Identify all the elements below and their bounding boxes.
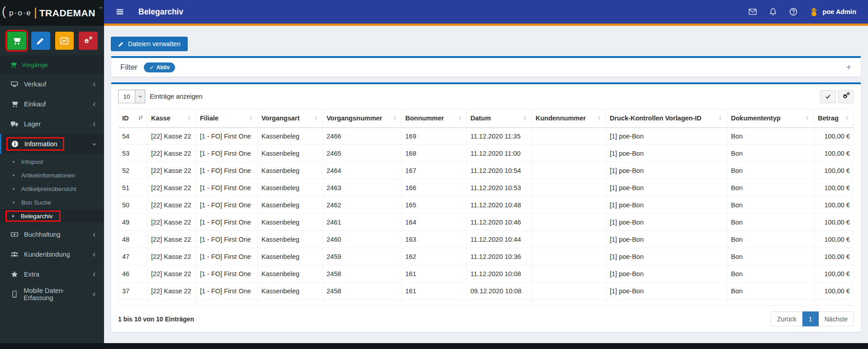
topbar: Belegarchiv poe Admin [104,0,868,26]
cogs-icon [842,92,850,101]
table-row[interactable]: 47[22] Kasse 22[1 - FO] First OneKassenb… [119,248,854,265]
column-label: Betrag [818,115,839,122]
user-menu[interactable]: poe Admin [810,8,856,16]
table-cell: [1] poe-Bon [606,248,727,265]
table-row[interactable]: 54[22] Kasse 22[1 - FO] First OneKassenb… [119,128,854,145]
table-cell: 100,00 € [814,265,854,282]
sidebar-item-extra[interactable]: Extra [0,264,104,284]
sidebar-item-kundenbindung[interactable]: Kundenbindung [0,244,104,264]
shortcut-settings-button[interactable] [79,32,98,50]
table-row[interactable]: 49[22] Kasse 22[1 - FO] First OneKassenb… [119,214,854,231]
manage-files-button[interactable]: Dateien verwalten [111,37,188,51]
sidebar-subitem-artikelinformationen[interactable]: Artikelinformationen [0,168,104,182]
sidebar-section-vorgaenge[interactable]: Vorgänge [0,55,104,74]
table-empty-row [119,300,854,306]
shortcut-chart-button[interactable] [55,32,74,50]
mobile-icon [10,291,19,298]
help-icon[interactable] [789,8,797,16]
page-size-select[interactable]: 10 [118,90,145,103]
chevron-left-icon [92,232,97,237]
bell-icon[interactable] [769,8,777,16]
table-cell: 11.12.2020 10:08 [467,265,532,282]
table-cell: Bon [727,179,814,196]
entries-label: Einträge anzeigen [150,93,203,100]
logo-separator [35,8,36,19]
table-cell: 161 [402,282,467,300]
pencil-icon [118,41,124,47]
table-cell: 2459 [323,248,402,265]
sidebar-item-einkauf[interactable]: Einkauf [0,94,104,114]
sidebar-subitem-label: Artikelinformationen [21,172,75,179]
chart-icon [60,37,69,45]
column-header-vorgangsart[interactable]: Vorgangsart [258,109,323,128]
table-cell: 100,00 € [814,145,854,162]
caret-right-icon [12,201,16,205]
sidebar-subitem-artikelpreisuebersicht[interactable]: Artikelpreisübersicht [0,182,104,196]
sort-icon [596,115,602,121]
chevron-down-icon [135,90,145,103]
shortcut-cart-button[interactable] [7,32,26,50]
column-header-filiale[interactable]: Filiale [196,109,258,128]
sidebar-item-lager[interactable]: Lager [0,114,104,134]
table-row[interactable]: 50[22] Kasse 22[1 - FO] First OneKassenb… [119,196,854,214]
column-header-kasse[interactable]: Kasse [147,109,196,128]
table-row[interactable]: 48[22] Kasse 22[1 - FO] First OneKassenb… [119,231,854,248]
logo-trademan: TRADEMAN [39,8,95,19]
bars-icon[interactable] [116,8,124,16]
table-cell: 2465 [323,145,402,162]
pencil-icon [36,37,45,45]
table-cell: [1] poe-Bon [606,214,727,231]
column-settings-button[interactable] [838,90,854,103]
table-cell: 168 [402,145,467,162]
pagination-page-1-button[interactable]: 1 [802,311,819,326]
table-cell: 100,00 € [814,162,854,179]
column-header-betrag[interactable]: Betrag [814,109,854,128]
table-cell: 163 [402,231,467,248]
table-cell: [1 - FO] First One [196,282,258,300]
column-header-vorgangsnummer[interactable]: Vorgangsnummer [323,109,402,128]
sidebar-item-verkauf[interactable]: Verkauf [0,74,104,94]
table-cell: 2466 [323,128,402,145]
table-cell [119,300,147,306]
table-cell [532,162,606,179]
table-cell [532,282,606,300]
column-header-kundennummer[interactable]: Kundennummer [532,109,606,128]
table-cell: Bon [727,248,814,265]
filter-expand-button[interactable] [846,64,852,70]
sidebar-subitem-bon-suche[interactable]: Bon Suche [0,196,104,209]
check-icon [825,94,831,100]
sidebar-item-label: Extra [24,271,39,278]
table-cell: [22] Kasse 22 [147,179,196,196]
cart-icon [10,62,17,68]
table-cell: [22] Kasse 22 [147,128,196,145]
table-footer: 1 bis 10 von 10 Einträgen Zurück 1 Nächs… [118,311,854,326]
chevron-down-icon [92,142,97,147]
table-row[interactable]: 51[22] Kasse 22[1 - FO] First OneKassenb… [119,179,854,196]
table-row[interactable]: 46[22] Kasse 22[1 - FO] First OneKassenb… [119,265,854,282]
table-cell: Bon [727,231,814,248]
sidebar-subitem-label: Artikelpreisübersicht [21,186,76,192]
select-visible-button[interactable] [820,90,836,103]
pagination-next-button[interactable]: Nächste [818,311,854,326]
sidebar-item-mobile-daten-erfassung[interactable]: Mobile Daten-Erfassung [0,284,104,304]
column-header-datum[interactable]: Datum [467,109,532,128]
table-cell: 11.12.2020 10:48 [467,196,532,214]
sidebar-item-information[interactable]: Information [0,134,104,154]
shortcut-edit-button[interactable] [31,32,50,50]
table-row[interactable]: 53[22] Kasse 22[1 - FO] First OneKassenb… [119,145,854,162]
column-header-bonnummer[interactable]: Bonnummer [402,109,467,128]
table-cell [532,231,606,248]
column-header-dokumententyp[interactable]: Dokumententyp [727,109,814,128]
pagination-prev-button[interactable]: Zurück [771,311,803,326]
column-header-druck-kontrollen-vorlagen-id[interactable]: Druck-Kontrollen Vorlagen-ID [606,109,727,128]
mail-icon[interactable] [749,8,757,16]
column-label: ID [122,115,129,122]
table-row[interactable]: 52[22] Kasse 22[1 - FO] First OneKassenb… [119,162,854,179]
sidebar-item-buchhaltung[interactable]: Buchhaltung [0,225,104,244]
sidebar-subitem-infopool[interactable]: Infopool [0,155,104,168]
table-cell: Bon [727,265,814,282]
column-header-id[interactable]: ID [119,109,147,128]
table-row[interactable]: 37[22] Kasse 22[1 - FO] First OneKassenb… [119,282,854,300]
sidebar-subitem-belegarchiv[interactable]: Belegarchiv [0,209,104,223]
desktop-icon [10,81,19,88]
